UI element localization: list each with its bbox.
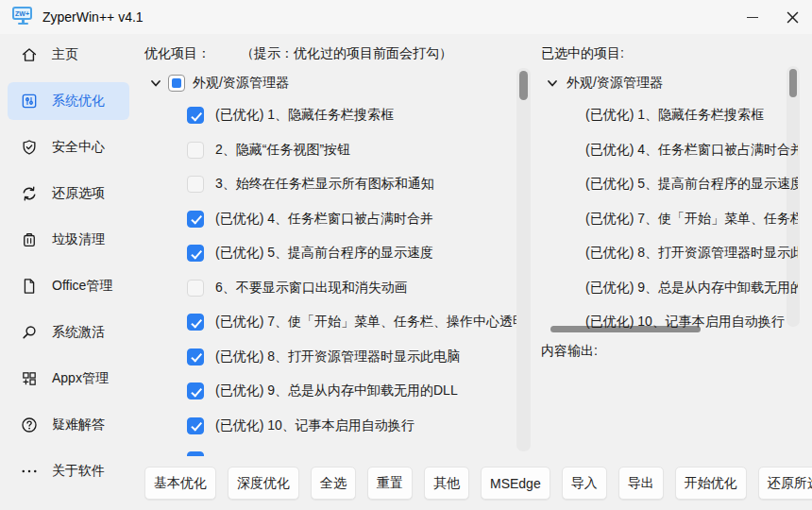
import-button[interactable]: 导入 bbox=[562, 467, 607, 500]
optimize-panel-hint: （提示：优化过的项目前面会打勾） bbox=[241, 45, 452, 62]
minimize-button[interactable] bbox=[733, 0, 772, 34]
sidebar-item-restore-options[interactable]: 还原选项 bbox=[8, 175, 129, 212]
selected-item-label: (已优化) 4、任务栏窗口被占满时合并 bbox=[585, 142, 798, 159]
app-logo-icon: ZW+ bbox=[12, 7, 33, 27]
chevron-down-icon[interactable] bbox=[546, 76, 559, 90]
selected-item[interactable]: (已优化) 7、使「开始」菜单、任务栏、操作中心透明 bbox=[533, 202, 798, 237]
optimize-item[interactable]: 2、隐藏“任务视图”按钮 bbox=[137, 133, 533, 168]
optimize-scrollbar-thumb[interactable] bbox=[519, 71, 528, 100]
optimize-item[interactable]: (已优化) 10、记事本启用自动换行 bbox=[137, 409, 533, 444]
document-icon bbox=[20, 277, 39, 296]
selected-item-label: (已优化) 5、提高前台程序的显示速度 bbox=[585, 176, 798, 193]
sidebar-item-junk-clean[interactable]: 垃圾清理 bbox=[8, 221, 129, 259]
checkbox[interactable] bbox=[187, 245, 204, 262]
ellipsis-icon bbox=[20, 462, 39, 481]
checkbox[interactable] bbox=[187, 451, 204, 456]
sidebar-item-label: Appx管理 bbox=[52, 370, 109, 387]
sidebar-item-label: 安全中心 bbox=[52, 139, 105, 156]
checkbox[interactable] bbox=[187, 348, 204, 366]
deep-optimize-button[interactable]: 深度优化 bbox=[228, 467, 299, 500]
optimize-item[interactable]: (已优化) 9、总是从内存中卸载无用的DLL bbox=[137, 374, 533, 409]
checkbox[interactable] bbox=[187, 107, 204, 124]
selected-item[interactable]: (已优化) 9、总是从内存中卸载无用的DLL bbox=[533, 271, 798, 306]
checkbox[interactable] bbox=[187, 211, 204, 228]
selected-items-list: (已优化) 1、隐藏任务栏搜索框 (已优化) 4、任务栏窗口被占满时合并 (已优… bbox=[533, 98, 798, 340]
export-button[interactable]: 导出 bbox=[618, 467, 664, 500]
checkbox[interactable] bbox=[187, 142, 204, 159]
optimize-item-partial[interactable] bbox=[137, 443, 533, 456]
optimize-item[interactable]: (已优化) 1、隐藏任务栏搜索框 bbox=[137, 98, 533, 133]
msedge-button[interactable]: MSEdge bbox=[481, 467, 550, 500]
checkbox[interactable] bbox=[187, 382, 204, 400]
group-label: 外观/资源管理器 bbox=[567, 75, 663, 92]
chevron-down-icon[interactable] bbox=[149, 76, 162, 90]
close-icon bbox=[787, 11, 799, 24]
sidebar-item-label: 垃圾清理 bbox=[52, 231, 105, 248]
reset-button[interactable]: 重置 bbox=[367, 467, 413, 500]
sidebar-item-label: 主页 bbox=[52, 46, 78, 63]
sidebar-item-system-activate[interactable]: 系统激活 bbox=[8, 314, 129, 351]
output-label: 内容输出: bbox=[541, 343, 598, 360]
optimize-item-label: 6、不要显示窗口出现和消失动画 bbox=[215, 280, 408, 297]
optimize-item-label: (已优化) 7、使「开始」菜单、任务栏、操作中心透明 bbox=[215, 314, 526, 331]
selected-item[interactable]: (已优化) 5、提高前台程序的显示速度 bbox=[533, 167, 798, 202]
optimize-item-label: 2、隐藏“任务视图”按钮 bbox=[215, 142, 350, 159]
selected-item[interactable]: (已优化) 1、隐藏任务栏搜索框 bbox=[533, 98, 798, 133]
optimize-item-label: (已优化) 8、打开资源管理器时显示此电脑 bbox=[215, 348, 460, 366]
selected-group-row[interactable]: 外观/资源管理器 bbox=[546, 75, 663, 92]
restore-selected-button[interactable]: 还原所选 bbox=[758, 467, 812, 500]
checkbox[interactable] bbox=[187, 280, 204, 297]
optimize-item-label: (已优化) 1、隐藏任务栏搜索框 bbox=[215, 107, 394, 124]
selected-item[interactable]: (已优化) 8、打开资源管理器时显示此电脑 bbox=[533, 236, 798, 271]
optimize-item[interactable]: 6、不要显示窗口出现和消失动画 bbox=[137, 271, 533, 306]
sidebar-item-security-center[interactable]: 安全中心 bbox=[8, 128, 129, 166]
sidebar-item-system-optimize[interactable]: 系统优化 bbox=[8, 82, 129, 120]
basic-optimize-button[interactable]: 基本优化 bbox=[144, 467, 216, 500]
optimize-item[interactable]: (已优化) 7、使「开始」菜单、任务栏、操作中心透明 bbox=[137, 305, 533, 340]
optimize-group-row[interactable]: 外观/资源管理器 bbox=[149, 75, 289, 92]
select-all-button[interactable]: 全选 bbox=[311, 467, 356, 500]
sidebar-item-label: 系统激活 bbox=[52, 324, 105, 341]
optimize-item-label: (已优化) 9、总是从内存中卸载无用的DLL bbox=[215, 382, 458, 400]
group-label: 外观/资源管理器 bbox=[193, 75, 289, 92]
optimize-items-list: (已优化) 1、隐藏任务栏搜索框 2、隐藏“任务视图”按钮 3、始终在任务栏显示… bbox=[137, 98, 533, 456]
checkbox[interactable] bbox=[187, 314, 204, 331]
group-checkbox[interactable] bbox=[168, 75, 185, 92]
sidebar-item-home[interactable]: 主页 bbox=[8, 36, 129, 74]
sidebar-item-label: 还原选项 bbox=[52, 185, 105, 202]
shield-check-icon bbox=[20, 138, 39, 157]
home-icon bbox=[20, 45, 39, 64]
selected-scrollbar-thumb[interactable] bbox=[789, 69, 797, 97]
sidebar-item-office-manage[interactable]: Office管理 bbox=[8, 267, 129, 305]
selected-item[interactable]: (已优化) 10、记事本启用自动换行 bbox=[533, 305, 798, 340]
sidebar-item-label: 关于软件 bbox=[52, 463, 105, 480]
checkbox[interactable] bbox=[187, 417, 204, 434]
selected-item[interactable]: (已优化) 4、任务栏窗口被占满时合并 bbox=[533, 133, 798, 168]
optimize-item-label: (已优化) 10、记事本启用自动换行 bbox=[215, 417, 414, 434]
optimize-item[interactable]: (已优化) 4、任务栏窗口被占满时合并 bbox=[137, 202, 533, 237]
sidebar-item-appx-manage[interactable]: Appx管理 bbox=[8, 360, 129, 398]
optimize-item[interactable]: (已优化) 8、打开资源管理器时显示此电脑 bbox=[137, 340, 533, 375]
checkbox[interactable] bbox=[187, 176, 204, 193]
sidebar-item-troubleshoot[interactable]: 疑难解答 bbox=[8, 406, 129, 444]
trash-icon bbox=[20, 230, 39, 249]
selected-item-label: (已优化) 10、记事本启用自动换行 bbox=[585, 314, 785, 331]
app-grid-icon bbox=[20, 369, 39, 388]
sidebar-item-about[interactable]: 关于软件 bbox=[8, 452, 129, 490]
titlebar: ZW+ ZyperWin++ v4.1 bbox=[0, 0, 812, 34]
optimize-panel-title: 优化项目： bbox=[144, 45, 211, 62]
sidebar-item-label: Office管理 bbox=[52, 278, 112, 295]
minimize-icon bbox=[747, 17, 758, 18]
optimize-scrollbar[interactable] bbox=[516, 68, 531, 451]
optimize-item-label: 3、始终在任务栏显示所有图标和通知 bbox=[215, 176, 434, 193]
footer-toolbar: 基本优化 深度优化 全选 重置 其他 MSEdge 导入 导出 开始优化 还原所… bbox=[144, 467, 812, 500]
selected-item-label: (已优化) 1、隐藏任务栏搜索框 bbox=[585, 107, 764, 124]
close-button[interactable] bbox=[772, 0, 812, 34]
selected-item-label: (已优化) 7、使「开始」菜单、任务栏、操作中心透明 bbox=[585, 211, 798, 228]
other-button[interactable]: 其他 bbox=[424, 467, 469, 500]
optimize-item[interactable]: (已优化) 5、提高前台程序的显示速度 bbox=[137, 236, 533, 271]
sliders-icon bbox=[20, 92, 39, 110]
start-optimize-button[interactable]: 开始优化 bbox=[675, 467, 747, 500]
optimize-panel: 优化项目： （提示：优化过的项目前面会打勾） 外观/资源管理器 (已优化) 1、… bbox=[137, 34, 533, 510]
optimize-item[interactable]: 3、始终在任务栏显示所有图标和通知 bbox=[137, 167, 533, 202]
